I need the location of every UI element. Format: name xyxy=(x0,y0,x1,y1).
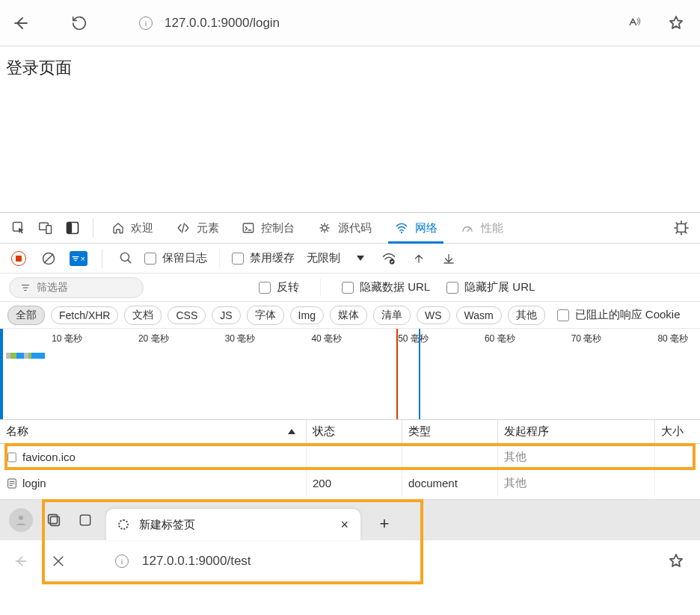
table-row[interactable]: favicon.ico 其他 xyxy=(0,444,700,470)
sort-asc-icon xyxy=(288,429,295,434)
domcontentloaded-marker xyxy=(396,329,398,419)
col-name[interactable]: 名称 xyxy=(0,420,307,443)
svg-rect-12 xyxy=(8,453,16,462)
tab-welcome-label: 欢迎 xyxy=(131,221,153,235)
wf-tick: 40 毫秒 xyxy=(273,333,348,345)
read-aloud-button[interactable] xyxy=(619,8,649,38)
type-wasm[interactable]: Wasm xyxy=(456,306,502,324)
site-info-icon[interactable]: i xyxy=(139,16,153,30)
loading-spinner-icon xyxy=(118,519,129,530)
cell-status: 200 xyxy=(307,470,402,496)
type-manifest[interactable]: 清单 xyxy=(373,306,411,325)
tab-welcome[interactable]: 欢迎 xyxy=(102,213,162,243)
new-tab-button[interactable]: + xyxy=(371,510,398,537)
back-button[interactable] xyxy=(6,8,36,38)
url-text: 127.0.0.1:9000/login xyxy=(165,16,280,31)
favorites-button-2[interactable] xyxy=(661,546,691,576)
back-button-2[interactable] xyxy=(9,546,33,576)
svg-point-14 xyxy=(19,516,23,520)
browser-toolbar: i 127.0.0.1:9000/login xyxy=(0,0,700,46)
load-marker xyxy=(419,329,420,419)
tab-sources[interactable]: 源代码 xyxy=(308,213,381,243)
network-toolbar: × 保留日志 禁用缓存 无限制 xyxy=(0,244,700,273)
filter-placeholder: 筛选器 xyxy=(37,281,68,294)
waterfall-overview[interactable]: 10 毫秒 20 毫秒 30 毫秒 40 毫秒 50 毫秒 60 毫秒 70 毫… xyxy=(0,329,700,420)
site-info-icon-2[interactable]: i xyxy=(115,554,129,568)
svg-point-7 xyxy=(401,232,402,233)
svg-rect-17 xyxy=(80,515,90,525)
col-status[interactable]: 状态 xyxy=(307,420,402,443)
type-ws[interactable]: WS xyxy=(417,306,450,324)
devtools-settings-icon[interactable] xyxy=(670,217,693,239)
favorites-button[interactable] xyxy=(661,8,691,38)
cell-initiator: 其他 xyxy=(498,444,655,470)
tab-network[interactable]: 网络 xyxy=(385,213,446,243)
tab-console[interactable]: 控制台 xyxy=(233,213,304,243)
type-all[interactable]: 全部 xyxy=(7,306,45,325)
type-media[interactable]: 媒体 xyxy=(330,306,367,325)
type-doc[interactable]: 文档 xyxy=(124,306,162,325)
search-button[interactable] xyxy=(114,247,137,270)
stop-button[interactable] xyxy=(46,546,70,576)
reload-button[interactable] xyxy=(64,8,94,38)
table-row[interactable]: login 200 document 其他 xyxy=(0,470,700,496)
dock-side-icon[interactable] xyxy=(61,217,84,239)
row0-name: favicon.ico xyxy=(22,451,76,463)
tab-title: 新建标签页 xyxy=(139,518,195,532)
inspect-element-icon[interactable] xyxy=(7,217,30,239)
tab-sources-label: 源代码 xyxy=(338,221,372,235)
filter-settings-toggle[interactable]: × xyxy=(67,247,90,270)
network-conditions-icon[interactable] xyxy=(378,247,400,270)
tab-network-label: 网络 xyxy=(415,221,438,235)
cell-type xyxy=(402,444,498,470)
cell-name: favicon.ico xyxy=(0,444,307,470)
clear-button[interactable] xyxy=(37,247,60,270)
profile-avatar[interactable] xyxy=(9,508,33,532)
throttling-dropdown[interactable]: 无限制 xyxy=(307,251,364,265)
hide-ext-url-label: 隐藏扩展 URL xyxy=(464,280,535,294)
type-other[interactable]: 其他 xyxy=(508,306,545,325)
workspaces-icon[interactable] xyxy=(43,510,64,531)
export-har-icon[interactable] xyxy=(408,247,430,270)
tab-actions-icon[interactable] xyxy=(75,510,96,531)
invert-checkbox[interactable] xyxy=(259,282,271,294)
blocked-cookie-checkbox[interactable] xyxy=(557,309,569,321)
disable-cache-label: 禁用缓存 xyxy=(250,251,295,265)
tab-performance[interactable]: 性能 xyxy=(451,213,512,243)
type-js[interactable]: JS xyxy=(212,306,240,324)
col-name-label: 名称 xyxy=(6,424,28,439)
type-css[interactable]: CSS xyxy=(168,306,206,324)
device-toggle-icon[interactable] xyxy=(34,217,57,239)
col-size[interactable]: 大小 xyxy=(655,420,700,443)
type-img[interactable]: Img xyxy=(290,306,324,324)
hide-ext-url-checkbox[interactable] xyxy=(446,282,458,294)
import-har-icon[interactable] xyxy=(438,247,460,270)
hide-data-url-checkbox[interactable] xyxy=(342,282,354,294)
browser-tab[interactable]: 新建标签页 × xyxy=(106,509,360,540)
page-heading: 登录页面 xyxy=(6,58,72,77)
devtools-tabbar: 欢迎 元素 控制台 源代码 网络 性能 xyxy=(0,213,700,244)
svg-point-6 xyxy=(322,226,327,230)
tab-elements[interactable]: 元素 xyxy=(167,213,228,243)
preserve-log-checkbox[interactable] xyxy=(144,253,156,265)
page-content: 登录页面 xyxy=(0,46,700,212)
svg-rect-8 xyxy=(678,224,686,232)
tab-console-label: 控制台 xyxy=(261,221,295,235)
col-type[interactable]: 类型 xyxy=(402,420,498,443)
tabstrip: 新建标签页 × + xyxy=(0,500,700,540)
type-font[interactable]: 字体 xyxy=(247,306,284,325)
cell-status xyxy=(307,444,402,470)
preserve-log-label: 保留日志 xyxy=(162,251,207,265)
hide-data-url-label: 隐藏数据 URL xyxy=(360,280,430,294)
type-fetch[interactable]: Fetch/XHR xyxy=(51,306,118,324)
close-tab-icon[interactable]: × xyxy=(340,517,349,533)
second-browser-window: 新建标签页 × + i 127.0.0.1:9000/test xyxy=(0,499,700,581)
disable-cache-checkbox[interactable] xyxy=(232,253,244,265)
address-bar[interactable]: i 127.0.0.1:9000/login xyxy=(127,8,613,38)
blocked-cookie-label: 已阻止的响应 Cookie xyxy=(575,308,681,322)
filter-input[interactable]: 筛选器 xyxy=(9,277,144,298)
wf-tick: 20 毫秒 xyxy=(100,333,175,345)
cell-name: login xyxy=(0,470,307,496)
col-initiator[interactable]: 发起程序 xyxy=(498,420,655,443)
record-button[interactable] xyxy=(7,247,30,270)
